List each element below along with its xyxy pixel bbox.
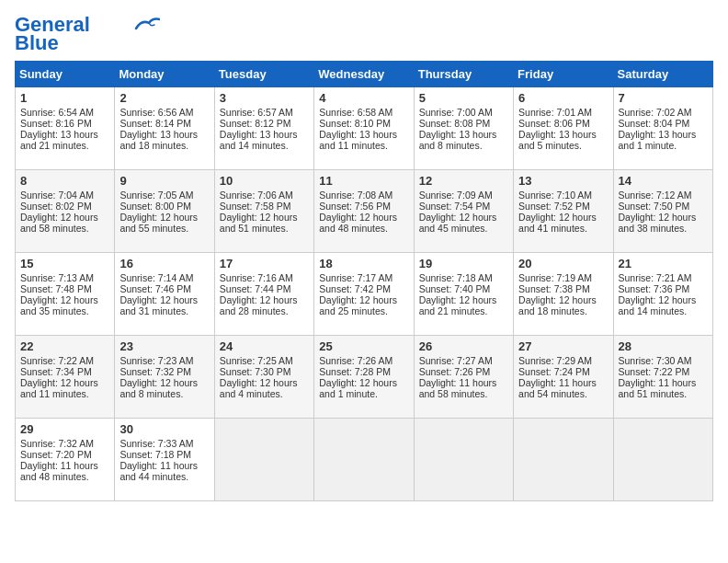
calendar-cell <box>414 419 513 501</box>
day-info-line: and 54 minutes. <box>518 388 587 399</box>
day-number: 12 <box>419 174 508 188</box>
day-info-line: Daylight: 12 hours <box>220 212 298 223</box>
day-info-line: Sunrise: 7:33 AM <box>119 438 193 449</box>
day-info-line: and 58 minutes. <box>419 388 488 399</box>
day-number: 9 <box>119 174 209 188</box>
day-info-line: Sunset: 8:00 PM <box>119 201 191 212</box>
day-info-line: and 8 minutes. <box>419 140 483 151</box>
calendar-cell: 29Sunrise: 7:32 AMSunset: 7:20 PMDayligh… <box>16 419 115 501</box>
day-info-line: Sunset: 7:32 PM <box>119 366 191 377</box>
day-info-line: Sunset: 8:04 PM <box>619 118 690 129</box>
day-info-line: and 45 minutes. <box>419 223 488 234</box>
day-info-line: Sunset: 7:42 PM <box>319 283 391 294</box>
day-info-line: and 1 minute. <box>319 388 378 399</box>
calendar-header-row: SundayMondayTuesdayWednesdayThursdayFrid… <box>16 62 713 87</box>
day-info-line: Daylight: 12 hours <box>20 294 98 305</box>
calendar-cell: 5Sunrise: 7:00 AMSunset: 8:08 PMDaylight… <box>414 87 513 170</box>
day-info-line: Sunrise: 6:57 AM <box>220 107 293 118</box>
calendar-cell: 1Sunrise: 6:54 AMSunset: 8:16 PMDaylight… <box>16 87 115 170</box>
day-info-line: Daylight: 12 hours <box>319 377 397 388</box>
day-info-line: and 51 minutes. <box>619 388 688 399</box>
day-info-line: Sunset: 7:26 PM <box>419 366 491 377</box>
day-info-line: Daylight: 13 hours <box>119 129 198 140</box>
day-number: 28 <box>619 339 708 353</box>
calendar-cell <box>514 419 613 501</box>
calendar-cell: 12Sunrise: 7:09 AMSunset: 7:54 PMDayligh… <box>414 170 513 253</box>
day-info-line: Sunrise: 7:29 AM <box>518 355 592 366</box>
day-info-line: and 44 minutes. <box>119 471 188 482</box>
day-info-line: and 31 minutes. <box>119 305 188 316</box>
day-info-line: Sunrise: 7:23 AM <box>119 355 193 366</box>
calendar-cell: 28Sunrise: 7:30 AMSunset: 7:22 PMDayligh… <box>613 336 712 419</box>
day-info-line: Sunset: 7:56 PM <box>319 201 391 212</box>
day-info-line: Daylight: 12 hours <box>619 294 697 305</box>
day-info-line: Sunset: 7:46 PM <box>119 283 191 294</box>
day-number: 19 <box>419 257 508 270</box>
day-number: 10 <box>220 174 309 188</box>
calendar-cell: 21Sunrise: 7:21 AMSunset: 7:36 PMDayligh… <box>613 253 712 336</box>
day-info-line: and 35 minutes. <box>20 305 89 316</box>
day-info-line: Sunrise: 7:06 AM <box>220 190 293 201</box>
day-info-line: Daylight: 12 hours <box>319 212 397 223</box>
day-info-line: Daylight: 12 hours <box>319 294 397 305</box>
day-info-line: Daylight: 12 hours <box>20 212 98 223</box>
day-info-line: Sunset: 7:36 PM <box>619 283 690 294</box>
day-info-line: and 41 minutes. <box>518 223 587 234</box>
day-info-line: Daylight: 13 hours <box>419 129 497 140</box>
calendar-cell: 24Sunrise: 7:25 AMSunset: 7:30 PMDayligh… <box>214 336 313 419</box>
day-info-line: Daylight: 12 hours <box>220 294 298 305</box>
calendar-week-row: 1Sunrise: 6:54 AMSunset: 8:16 PMDaylight… <box>16 87 713 170</box>
day-info-line: Daylight: 12 hours <box>619 212 697 223</box>
day-number: 22 <box>20 339 109 353</box>
day-info-line: and 14 minutes. <box>220 140 289 151</box>
day-info-line: Sunset: 7:52 PM <box>518 201 590 212</box>
day-info-line: Daylight: 11 hours <box>619 377 697 388</box>
calendar-cell: 20Sunrise: 7:19 AMSunset: 7:38 PMDayligh… <box>514 253 613 336</box>
day-info-line: Sunset: 8:12 PM <box>220 118 291 129</box>
day-info-line: Daylight: 12 hours <box>518 294 597 305</box>
calendar-cell: 25Sunrise: 7:26 AMSunset: 7:28 PMDayligh… <box>314 336 414 419</box>
day-info-line: Sunset: 7:24 PM <box>518 366 590 377</box>
day-number: 20 <box>518 257 608 270</box>
day-info-line: Sunset: 8:08 PM <box>419 118 491 129</box>
day-info-line: and 25 minutes. <box>319 305 388 316</box>
calendar-cell: 15Sunrise: 7:13 AMSunset: 7:48 PMDayligh… <box>16 253 115 336</box>
day-info-line: and 4 minutes. <box>220 388 283 399</box>
day-info-line: and 48 minutes. <box>319 223 388 234</box>
day-of-week-header: Thursday <box>414 62 513 87</box>
calendar-cell: 6Sunrise: 7:01 AMSunset: 8:06 PMDaylight… <box>514 87 613 170</box>
calendar-cell: 27Sunrise: 7:29 AMSunset: 7:24 PMDayligh… <box>514 336 613 419</box>
day-info-line: Sunrise: 6:58 AM <box>319 107 392 118</box>
logo: General Blue <box>15 15 160 53</box>
day-info-line: and 55 minutes. <box>119 223 188 234</box>
day-number: 3 <box>220 91 309 105</box>
day-of-week-header: Sunday <box>16 62 115 87</box>
day-number: 13 <box>518 174 608 188</box>
day-info-line: and 38 minutes. <box>619 223 688 234</box>
day-number: 15 <box>20 257 109 270</box>
calendar-cell: 7Sunrise: 7:02 AMSunset: 8:04 PMDaylight… <box>613 87 712 170</box>
day-number: 27 <box>518 339 608 353</box>
calendar-cell: 9Sunrise: 7:05 AMSunset: 8:00 PMDaylight… <box>115 170 214 253</box>
day-number: 23 <box>119 339 209 353</box>
day-info-line: Sunrise: 7:13 AM <box>20 272 94 283</box>
day-info-line: Sunset: 8:02 PM <box>20 201 92 212</box>
day-info-line: Sunrise: 7:04 AM <box>20 190 94 201</box>
day-info-line: Sunrise: 7:30 AM <box>619 355 692 366</box>
day-info-line: Daylight: 13 hours <box>220 129 298 140</box>
day-info-line: Sunset: 7:48 PM <box>20 283 92 294</box>
day-info-line: Sunrise: 7:25 AM <box>220 355 293 366</box>
day-info-line: Sunrise: 7:10 AM <box>518 190 592 201</box>
calendar-cell: 2Sunrise: 6:56 AMSunset: 8:14 PMDaylight… <box>115 87 214 170</box>
day-info-line: and 8 minutes. <box>119 388 183 399</box>
day-info-line: Sunset: 7:20 PM <box>20 449 92 460</box>
day-info-line: Sunrise: 7:32 AM <box>20 438 94 449</box>
day-number: 16 <box>119 257 209 270</box>
day-info-line: Daylight: 13 hours <box>619 129 697 140</box>
day-info-line: Sunrise: 7:12 AM <box>619 190 692 201</box>
day-number: 24 <box>220 339 309 353</box>
day-info-line: Daylight: 12 hours <box>20 377 98 388</box>
day-info-line: Daylight: 11 hours <box>119 460 198 471</box>
day-info-line: and 14 minutes. <box>619 305 688 316</box>
day-info-line: and 18 minutes. <box>119 140 188 151</box>
